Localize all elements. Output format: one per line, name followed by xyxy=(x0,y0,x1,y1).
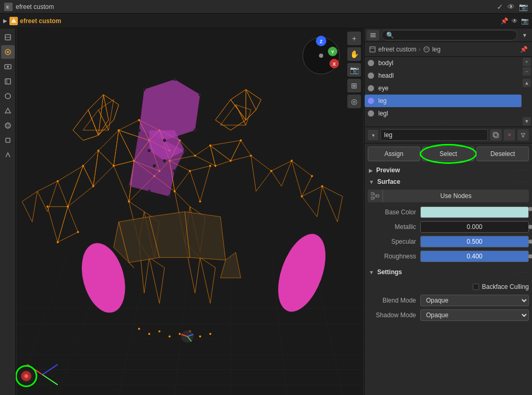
material-name-legl: legl xyxy=(378,110,388,117)
assign-button[interactable]: Assign xyxy=(368,147,420,161)
panel-menu-button[interactable] xyxy=(367,30,379,40)
panel-eye-icon[interactable]: 👁 xyxy=(512,17,518,25)
search-bar[interactable]: 🔍 xyxy=(381,30,517,40)
svg-line-179 xyxy=(374,196,376,198)
mode-button[interactable] xyxy=(18,368,35,384)
select-button[interactable]: Select xyxy=(422,147,475,161)
svg-point-109 xyxy=(209,165,211,167)
material-name-input[interactable] xyxy=(380,129,488,141)
scroll-down-button[interactable]: ▼ xyxy=(523,117,531,126)
material-filter-button[interactable] xyxy=(517,129,529,141)
svg-point-101 xyxy=(301,195,303,198)
svg-point-6 xyxy=(7,51,9,53)
material-type-button[interactable]: ▾ xyxy=(368,130,378,140)
window-icon: E xyxy=(4,3,13,11)
sidebar-world-icon[interactable] xyxy=(1,119,15,132)
sidebar-scene-icon[interactable] xyxy=(1,104,15,118)
shadow-mode-select[interactable]: Opaque None Alpha Clip xyxy=(420,309,529,321)
sidebar-material-icon[interactable] xyxy=(1,45,15,59)
material-item-legl[interactable]: legl xyxy=(365,107,522,120)
node-icon-button[interactable] xyxy=(368,190,382,202)
svg-point-8 xyxy=(7,66,9,68)
sidebar-view-icon[interactable] xyxy=(1,89,15,103)
blend-mode-select[interactable]: Opaque Alpha Blend Alpha Clip xyxy=(420,295,529,306)
material-copy-button[interactable] xyxy=(490,129,502,141)
use-nodes-row: Use Nodes xyxy=(368,190,529,202)
svg-point-92 xyxy=(82,165,84,167)
preview-section-dots: · · · · xyxy=(516,168,528,173)
sidebar-object-icon[interactable] xyxy=(1,133,15,147)
svg-point-13 xyxy=(5,123,10,128)
layer-button[interactable]: ◎ xyxy=(347,95,361,108)
svg-text:Z: Z xyxy=(320,39,323,44)
surface-properties: Use Nodes Base Color Metallic 0.000 xyxy=(365,188,532,266)
list-add-button[interactable]: + xyxy=(523,58,531,66)
svg-point-163 xyxy=(319,54,323,58)
zoom-in-button[interactable]: + xyxy=(347,32,361,45)
panel-arrow[interactable]: ▶ xyxy=(3,18,7,24)
sidebar-render-icon[interactable] xyxy=(1,60,15,74)
base-color-field[interactable] xyxy=(420,206,529,218)
svg-point-151 xyxy=(209,333,211,335)
eye-action-icon[interactable]: 👁 xyxy=(507,3,515,11)
material-item-bodyl[interactable]: bodyl xyxy=(365,57,522,69)
surface-arrow-icon: ▼ xyxy=(369,179,374,185)
svg-point-86 xyxy=(98,150,100,152)
svg-rect-15 xyxy=(6,138,10,142)
roughness-field[interactable]: 0.400 xyxy=(420,251,529,262)
blend-mode-label: Blend Mode xyxy=(368,297,420,304)
preview-section-header[interactable]: ▶ Preview · · · · xyxy=(365,164,532,176)
sidebar-tool-icon[interactable] xyxy=(1,30,15,44)
material-dot-headl xyxy=(368,72,374,79)
specular-field[interactable]: 0.500 xyxy=(420,236,529,247)
preview-arrow-icon: ▶ xyxy=(369,168,373,173)
navigation-gizmo[interactable]: Z Y X xyxy=(300,35,342,77)
use-nodes-button[interactable]: Use Nodes xyxy=(382,190,529,202)
viewport-right-toolbar: + ✋ 📷 ⊞ ◎ xyxy=(347,32,361,108)
material-delete-button[interactable]: × xyxy=(504,129,515,141)
pin-button[interactable]: 📌 xyxy=(520,46,528,53)
list-scroll-controls: + − ▲ ▼ xyxy=(522,57,532,127)
material-item-headl[interactable]: headl xyxy=(365,69,522,82)
title-bar: E efreet custom ✓ 👁 📷 xyxy=(0,0,532,14)
window-actions: ✓ 👁 📷 xyxy=(497,3,528,11)
check-action-icon[interactable]: ✓ xyxy=(497,3,503,11)
panel-camera-icon[interactable]: 📷 xyxy=(521,17,529,25)
svg-point-102 xyxy=(321,185,323,188)
specular-value: 0.500 xyxy=(466,238,482,245)
material-item-eye[interactable]: eye xyxy=(365,82,522,95)
deselect-button[interactable]: Deselect xyxy=(476,147,529,161)
sidebar-output-icon[interactable] xyxy=(1,75,15,88)
material-sphere-icon xyxy=(423,46,430,53)
pan-button[interactable]: ✋ xyxy=(347,47,361,61)
settings-section-header[interactable]: ▼ Settings · · · · xyxy=(365,266,532,278)
metallic-field[interactable]: 0.000 xyxy=(420,221,529,233)
camera-view-button[interactable]: 📷 xyxy=(347,63,361,77)
list-remove-button[interactable]: − xyxy=(523,67,531,76)
breadcrumb-material: leg xyxy=(432,46,441,53)
roughness-row: Roughness 0.400 xyxy=(368,250,529,263)
scroll-up-button[interactable]: ▲ xyxy=(523,79,531,87)
mode-button-wrap xyxy=(18,368,35,384)
breadcrumb: efreet custom › leg 📌 xyxy=(365,42,532,57)
materials-container: bodyl headl eye leg xyxy=(365,57,532,127)
svg-point-14 xyxy=(7,123,9,128)
viewport[interactable]: Z Y X + ✋ 📷 ⊞ ◎ xyxy=(16,28,364,395)
specular-label: Specular xyxy=(368,238,420,245)
surface-section-header[interactable]: ▼ Surface · · · · xyxy=(365,176,532,188)
svg-marker-135 xyxy=(185,212,226,260)
metallic-row: Metallic 0.000 xyxy=(368,220,529,234)
svg-marker-174 xyxy=(521,133,525,137)
svg-point-97 xyxy=(57,180,59,182)
sidebar-modifier-icon[interactable] xyxy=(1,148,15,162)
grid-button[interactable]: ⊞ xyxy=(347,79,361,92)
surface-section-title: Surface xyxy=(377,178,400,185)
filter-button[interactable]: ▾ xyxy=(519,30,530,40)
material-item-leg[interactable]: leg xyxy=(365,95,522,107)
base-color-dot xyxy=(528,207,532,211)
camera-action-icon[interactable]: 📷 xyxy=(519,3,528,11)
panel-pin-icon[interactable]: 📌 xyxy=(501,17,508,25)
backface-culling-checkbox[interactable] xyxy=(473,284,479,290)
material-name-bodyl: bodyl xyxy=(378,59,393,67)
svg-point-99 xyxy=(47,205,49,207)
